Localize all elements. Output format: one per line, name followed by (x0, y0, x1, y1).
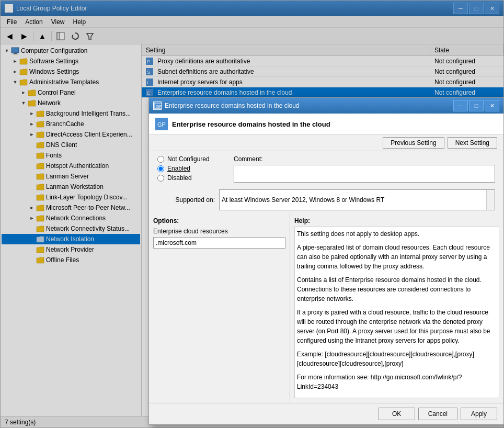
help-para-5: For more information see: http://go.micr… (297, 373, 497, 391)
radio-input-disabled[interactable] (157, 175, 164, 182)
modal-close-button[interactable]: ✕ (485, 100, 499, 111)
radio-disabled[interactable]: Disabled (157, 174, 225, 182)
help-para-2: Contains a list of Enterprise resource d… (297, 275, 497, 303)
help-content: This setting does not apply to desktop a… (294, 227, 499, 398)
modal-header-icon: GP (155, 118, 168, 130)
supported-value-text: At least Windows Server 2012, Windows 8 … (222, 196, 384, 204)
modal-dialog: GP Enterprise resource domains hosted in… (148, 97, 504, 425)
next-setting-button[interactable]: Next Setting (448, 137, 497, 149)
cancel-button[interactable]: Cancel (418, 408, 457, 420)
modal-footer: OK Cancel Apply (149, 403, 503, 424)
modal-nav: Previous Setting Next Setting (149, 135, 503, 151)
modal-header-strip: GP Enterprise resource domains hosted in… (149, 114, 503, 135)
options-title: Options: (153, 217, 285, 224)
help-para-3: If a proxy is paired with a cloud resour… (297, 308, 497, 345)
modal-minimize-button[interactable]: ─ (453, 100, 468, 111)
enterprise-cloud-resources-label: Enterprise cloud resources (153, 228, 285, 235)
help-para-0: This setting does not apply to desktop a… (297, 229, 497, 239)
modal-maximize-button[interactable]: □ (469, 100, 484, 111)
modal-title: Enterprise resource domains hosted in th… (165, 102, 453, 109)
ok-button[interactable]: OK (379, 408, 415, 420)
svg-text:GP: GP (157, 121, 166, 128)
radio-enabled[interactable]: Enabled (157, 165, 225, 172)
options-panel: Options: Enterprise cloud resources (149, 213, 290, 402)
radio-label-not-configured: Not Configured (167, 155, 210, 163)
apply-button[interactable]: Apply (461, 408, 497, 420)
modal-overlay: GP Enterprise resource domains hosted in… (1, 1, 503, 427)
svg-text:GP: GP (156, 104, 162, 109)
comment-textarea[interactable] (234, 165, 495, 183)
help-para-4: Example: [cloudresource][cloudresource][… (297, 350, 497, 368)
help-para-1: A pipe-separated list of domain cloud re… (297, 243, 497, 271)
radio-not-configured[interactable]: Not Configured (157, 155, 225, 163)
comment-section: Comment: (234, 155, 495, 183)
supported-row: Supported on: At least Windows Server 20… (149, 187, 503, 213)
radio-input-enabled[interactable] (157, 165, 164, 172)
radio-group: Not Configured Enabled Disabled (157, 155, 225, 183)
help-panel: Help: This setting does not apply to des… (290, 213, 503, 402)
modal-controls: ─ □ ✕ (453, 100, 499, 111)
modal-title-bar: GP Enterprise resource domains hosted in… (149, 98, 503, 114)
help-title: Help: (294, 217, 499, 224)
modal-header-title: Enterprise resource domains hosted in th… (172, 120, 330, 128)
config-comment-row: Not Configured Enabled Disabled Comment: (149, 151, 503, 187)
modal-app-icon: GP (153, 102, 162, 110)
supported-label: Supported on: (157, 196, 215, 204)
options-help-row: Options: Enterprise cloud resources Help… (149, 213, 503, 403)
enterprise-cloud-resources-input[interactable] (153, 237, 285, 249)
prev-setting-button[interactable]: Previous Setting (383, 137, 444, 149)
modal-body: Not Configured Enabled Disabled Comment: (149, 151, 503, 403)
supported-value-box: At least Windows Server 2012, Windows 8 … (219, 189, 495, 210)
radio-label-disabled: Disabled (167, 174, 192, 182)
main-window: Local Group Policy Editor ─ □ ✕ File Act… (0, 0, 504, 428)
comment-label: Comment: (234, 155, 495, 163)
supported-scrollbar (486, 190, 495, 210)
radio-input-not-configured[interactable] (157, 156, 164, 163)
radio-label-enabled: Enabled (167, 165, 190, 172)
